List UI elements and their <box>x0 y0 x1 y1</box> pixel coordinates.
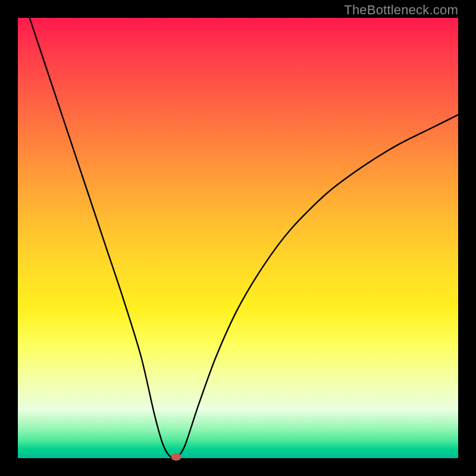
watermark: TheBottleneck.com <box>344 2 458 18</box>
optimum-marker <box>171 453 181 461</box>
chart-frame: TheBottleneck.com <box>0 0 476 476</box>
bottleneck-curve <box>18 18 458 458</box>
plot-area <box>18 18 458 458</box>
